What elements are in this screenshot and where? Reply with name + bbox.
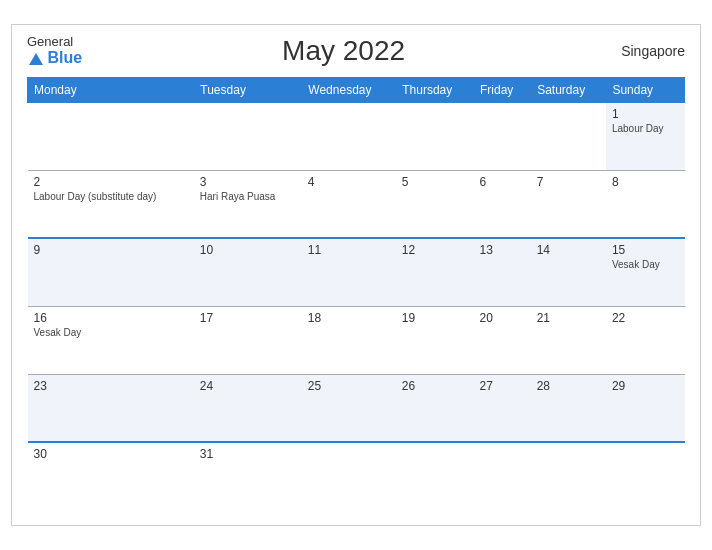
calendar-cell bbox=[473, 102, 530, 170]
day-number: 8 bbox=[612, 175, 679, 189]
calendar-row: 9101112131415Vesak Day bbox=[28, 238, 685, 306]
calendar-cell: 17 bbox=[194, 306, 302, 374]
weekday-header: Wednesday bbox=[302, 77, 396, 102]
calendar-cell: 29 bbox=[606, 374, 685, 442]
calendar-cell: 3Hari Raya Puasa bbox=[194, 170, 302, 238]
calendar-cell: 20 bbox=[473, 306, 530, 374]
day-number: 17 bbox=[200, 311, 296, 325]
day-number: 23 bbox=[34, 379, 188, 393]
day-number: 26 bbox=[402, 379, 468, 393]
calendar-cell: 6 bbox=[473, 170, 530, 238]
calendar-cell: 25 bbox=[302, 374, 396, 442]
weekday-header: Sunday bbox=[606, 77, 685, 102]
day-number: 11 bbox=[308, 243, 390, 257]
calendar-cell bbox=[473, 442, 530, 510]
day-number: 29 bbox=[612, 379, 679, 393]
day-number: 4 bbox=[308, 175, 390, 189]
calendar-cell: 4 bbox=[302, 170, 396, 238]
calendar-row: 2Labour Day (substitute day)3Hari Raya P… bbox=[28, 170, 685, 238]
day-number: 10 bbox=[200, 243, 296, 257]
calendar-cell: 19 bbox=[396, 306, 474, 374]
calendar-cell: 15Vesak Day bbox=[606, 238, 685, 306]
logo-general-text: General bbox=[27, 35, 82, 49]
calendar-cell bbox=[531, 442, 606, 510]
logo-triangle-icon bbox=[29, 53, 43, 65]
calendar-cell: 9 bbox=[28, 238, 194, 306]
weekday-header: Friday bbox=[473, 77, 530, 102]
logo: General Blue bbox=[27, 35, 82, 67]
day-number: 22 bbox=[612, 311, 679, 325]
calendar-row: 3031 bbox=[28, 442, 685, 510]
calendar-cell: 12 bbox=[396, 238, 474, 306]
calendar-cell bbox=[302, 442, 396, 510]
holiday-name: Labour Day bbox=[612, 123, 679, 134]
calendar-cell bbox=[302, 102, 396, 170]
calendar-cell bbox=[606, 442, 685, 510]
calendar-cell: 31 bbox=[194, 442, 302, 510]
holiday-name: Labour Day (substitute day) bbox=[34, 191, 188, 202]
calendar-cell: 5 bbox=[396, 170, 474, 238]
calendar-cell: 2Labour Day (substitute day) bbox=[28, 170, 194, 238]
holiday-name: Hari Raya Puasa bbox=[200, 191, 296, 202]
calendar-cell: 18 bbox=[302, 306, 396, 374]
weekday-header: Thursday bbox=[396, 77, 474, 102]
day-number: 24 bbox=[200, 379, 296, 393]
calendar-cell: 14 bbox=[531, 238, 606, 306]
calendar-cell: 10 bbox=[194, 238, 302, 306]
day-number: 9 bbox=[34, 243, 188, 257]
day-number: 21 bbox=[537, 311, 600, 325]
day-number: 28 bbox=[537, 379, 600, 393]
calendar-header: General Blue May 2022 Singapore bbox=[27, 35, 685, 67]
calendar-cell: 22 bbox=[606, 306, 685, 374]
day-number: 19 bbox=[402, 311, 468, 325]
day-number: 13 bbox=[479, 243, 524, 257]
day-number: 25 bbox=[308, 379, 390, 393]
calendar-cell: 30 bbox=[28, 442, 194, 510]
day-number: 27 bbox=[479, 379, 524, 393]
weekday-header-row: MondayTuesdayWednesdayThursdayFridaySatu… bbox=[28, 77, 685, 102]
day-number: 6 bbox=[479, 175, 524, 189]
calendar-cell bbox=[396, 102, 474, 170]
weekday-header: Tuesday bbox=[194, 77, 302, 102]
day-number: 12 bbox=[402, 243, 468, 257]
weekday-header: Monday bbox=[28, 77, 194, 102]
weekday-header: Saturday bbox=[531, 77, 606, 102]
day-number: 15 bbox=[612, 243, 679, 257]
day-number: 20 bbox=[479, 311, 524, 325]
day-number: 18 bbox=[308, 311, 390, 325]
day-number: 16 bbox=[34, 311, 188, 325]
calendar-cell: 13 bbox=[473, 238, 530, 306]
logo-blue-text: Blue bbox=[27, 49, 82, 67]
calendar-row: 1Labour Day bbox=[28, 102, 685, 170]
calendar-cell: 7 bbox=[531, 170, 606, 238]
calendar-cell: 8 bbox=[606, 170, 685, 238]
holiday-name: Vesak Day bbox=[612, 259, 679, 270]
day-number: 1 bbox=[612, 107, 679, 121]
calendar-cell: 24 bbox=[194, 374, 302, 442]
calendar-cell: 26 bbox=[396, 374, 474, 442]
calendar-cell bbox=[396, 442, 474, 510]
day-number: 5 bbox=[402, 175, 468, 189]
calendar-row: 23242526272829 bbox=[28, 374, 685, 442]
day-number: 31 bbox=[200, 447, 296, 461]
calendar-cell bbox=[28, 102, 194, 170]
calendar-container: General Blue May 2022 Singapore MondayTu… bbox=[11, 24, 701, 527]
day-number: 14 bbox=[537, 243, 600, 257]
calendar-cell: 27 bbox=[473, 374, 530, 442]
day-number: 30 bbox=[34, 447, 188, 461]
calendar-cell: 23 bbox=[28, 374, 194, 442]
day-number: 2 bbox=[34, 175, 188, 189]
calendar-cell: 21 bbox=[531, 306, 606, 374]
calendar-cell: 1Labour Day bbox=[606, 102, 685, 170]
calendar-cell: 28 bbox=[531, 374, 606, 442]
day-number: 3 bbox=[200, 175, 296, 189]
calendar-cell bbox=[194, 102, 302, 170]
calendar-cell: 16Vesak Day bbox=[28, 306, 194, 374]
country-label: Singapore bbox=[605, 43, 685, 59]
holiday-name: Vesak Day bbox=[34, 327, 188, 338]
calendar-cell bbox=[531, 102, 606, 170]
calendar-cell: 11 bbox=[302, 238, 396, 306]
calendar-table: MondayTuesdayWednesdayThursdayFridaySatu… bbox=[27, 77, 685, 511]
calendar-title: May 2022 bbox=[82, 35, 605, 67]
day-number: 7 bbox=[537, 175, 600, 189]
